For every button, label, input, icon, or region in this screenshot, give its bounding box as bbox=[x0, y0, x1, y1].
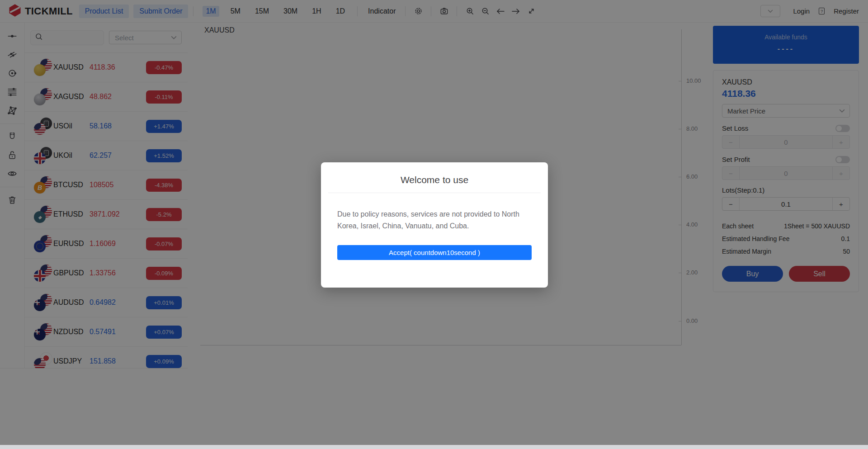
accept-button[interactable]: Accept( countdown10second ) bbox=[337, 245, 532, 260]
stage: TICKMILL Product List Submit Order 1M5M1… bbox=[0, 0, 868, 449]
welcome-dialog: Welcome to use Due to policy reasons, se… bbox=[321, 162, 548, 288]
dialog-title: Welcome to use bbox=[321, 162, 548, 185]
dialog-body-text: Due to policy reasons, services are not … bbox=[337, 208, 532, 232]
divider bbox=[328, 193, 541, 193]
